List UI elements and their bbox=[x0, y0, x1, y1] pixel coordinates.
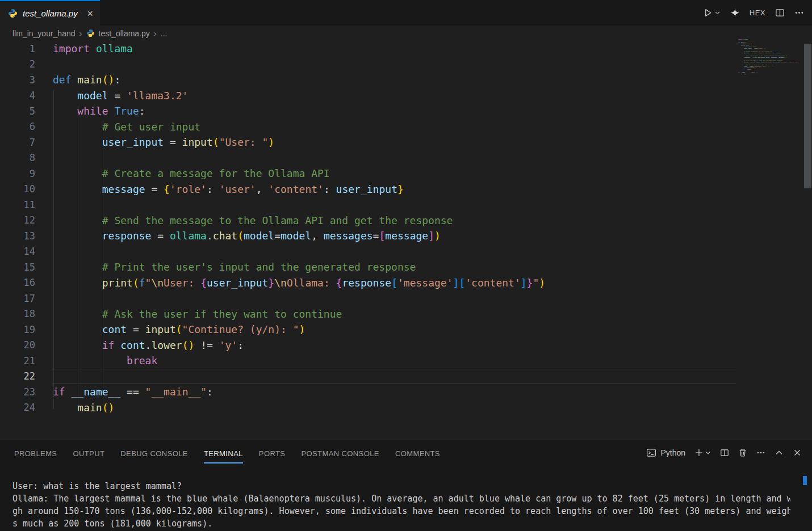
panel-tab-label: PROBLEMS bbox=[14, 442, 57, 463]
run-icon bbox=[703, 8, 713, 18]
code-line[interactable]: 19 cont = input("Continue? (y/n): ") bbox=[0, 322, 795, 338]
terminal-line: gh around 150-170 tons (136,000-152,000 … bbox=[12, 505, 790, 517]
line-number: 8 bbox=[0, 152, 35, 163]
tab-close-icon[interactable]: × bbox=[87, 9, 93, 19]
line-number: 15 bbox=[0, 262, 35, 273]
line-text: break bbox=[53, 355, 157, 366]
copilot-sparkle-icon[interactable] bbox=[730, 8, 740, 18]
run-python-file-button[interactable] bbox=[703, 8, 721, 18]
code-line[interactable]: 1import ollama bbox=[0, 41, 795, 57]
panel-tab-postman-console[interactable]: POSTMAN CONSOLE bbox=[293, 442, 387, 463]
line-text: # Ask the user if they want to continue bbox=[53, 308, 342, 320]
terminal-line: User: what is the largest mammal? bbox=[12, 480, 790, 492]
line-text: import ollama bbox=[53, 43, 133, 54]
code-line[interactable]: 6 # Get user input bbox=[0, 119, 795, 135]
code-line[interactable]: 12 # Send the message to the Ollama API … bbox=[0, 213, 795, 229]
panel-tab-output[interactable]: OUTPUT bbox=[65, 442, 112, 463]
terminal-scrollbar[interactable] bbox=[803, 476, 807, 485]
line-number: 6 bbox=[0, 121, 35, 132]
code-line[interactable]: 10 message = {'role': 'user', 'content':… bbox=[0, 182, 795, 197]
panel-tab-label: TERMINAL bbox=[204, 442, 243, 463]
panel-more-actions-icon[interactable] bbox=[756, 448, 765, 457]
line-text: user_input = input("User: ") bbox=[53, 136, 274, 148]
code-line[interactable]: 15 # Print the user's input and the gene… bbox=[0, 259, 795, 275]
line-text: main() bbox=[53, 402, 114, 414]
line-number: 9 bbox=[0, 168, 35, 179]
breadcrumb-folder[interactable]: llm_in_your_hand bbox=[12, 29, 76, 38]
kill-terminal-button[interactable] bbox=[738, 448, 747, 457]
python-file-icon bbox=[86, 29, 95, 37]
split-terminal-button[interactable] bbox=[720, 448, 729, 457]
panel-tab-debug-console[interactable]: DEBUG CONSOLE bbox=[112, 442, 196, 463]
minimap-content: import ollama def main(): model = 'llama… bbox=[738, 39, 745, 74]
maximize-panel-icon[interactable] bbox=[775, 448, 784, 457]
code-line[interactable]: 3def main(): bbox=[0, 72, 795, 88]
breadcrumb-file[interactable]: test_ollama.py bbox=[99, 29, 150, 38]
hex-mode-button[interactable]: HEX bbox=[750, 9, 765, 17]
split-editor-icon[interactable] bbox=[775, 8, 785, 18]
code-line[interactable]: 8 bbox=[0, 150, 795, 166]
line-text: print(f"\nUser: {user_input}\nOllama: {r… bbox=[53, 277, 545, 289]
code-line[interactable]: 5 while True: bbox=[0, 103, 795, 119]
code-line[interactable]: 18 # Ask the user if they want to contin… bbox=[0, 306, 795, 322]
line-text: response = ollama.chat(model=model, mess… bbox=[53, 230, 441, 242]
line-text: def main(): bbox=[53, 74, 120, 86]
line-number: 7 bbox=[0, 137, 35, 148]
code-line[interactable]: 21 break bbox=[0, 353, 795, 369]
code-line[interactable]: 24 main() bbox=[0, 400, 795, 416]
python-file-icon bbox=[8, 9, 18, 18]
panel-tab-comments[interactable]: COMMENTS bbox=[387, 442, 448, 463]
code-line[interactable]: 14 bbox=[0, 244, 795, 260]
chevron-down-icon bbox=[705, 450, 711, 456]
line-number: 16 bbox=[0, 277, 35, 288]
editor-actions: HEX bbox=[703, 0, 804, 26]
code-line[interactable]: 20 if cont.lower() != 'y': bbox=[0, 338, 795, 353]
panel-tab-label: OUTPUT bbox=[73, 442, 104, 463]
bottom-panel: PROBLEMSOUTPUTDEBUG CONSOLETERMINALPORTS… bbox=[0, 440, 812, 531]
terminal-icon bbox=[646, 448, 656, 458]
panel-tab-ports[interactable]: PORTS bbox=[251, 442, 294, 463]
line-number: 1 bbox=[0, 43, 35, 54]
line-text: message = {'role': 'user', 'content': us… bbox=[53, 183, 404, 195]
line-number: 24 bbox=[0, 402, 35, 413]
vscode-window: test_ollama.py × HEX bbox=[0, 0, 812, 531]
line-text: while True: bbox=[53, 105, 145, 117]
code-line[interactable]: 11 bbox=[0, 197, 795, 213]
chevron-right-icon: › bbox=[154, 28, 157, 38]
line-text: if __name__ == "__main__": bbox=[53, 386, 213, 398]
tab-test-ollama[interactable]: test_ollama.py × bbox=[0, 0, 100, 26]
code-line[interactable]: 17 bbox=[0, 290, 795, 306]
panel-tab-problems[interactable]: PROBLEMS bbox=[6, 442, 65, 463]
editor-pane[interactable]: 1import ollama23def main():4 model = 'll… bbox=[0, 41, 812, 440]
code-line[interactable]: 13 response = ollama.chat(model=model, m… bbox=[0, 228, 795, 244]
breadcrumb-symbol-more[interactable]: ... bbox=[161, 29, 168, 38]
line-text: model = 'llama3.2' bbox=[53, 90, 188, 102]
close-panel-icon[interactable] bbox=[793, 448, 802, 457]
terminal-output[interactable]: User: what is the largest mammal?Ollama:… bbox=[0, 480, 790, 530]
minimap[interactable]: import ollama def main(): model = 'llama… bbox=[738, 39, 802, 118]
panel-tab-terminal[interactable]: TERMINAL bbox=[196, 442, 251, 463]
code-line[interactable]: 16 print(f"\nUser: {user_input}\nOllama:… bbox=[0, 275, 795, 291]
code-line[interactable]: 23if __name__ == "__main__": bbox=[0, 384, 795, 400]
code-line[interactable]: 4 model = 'llama3.2' bbox=[0, 88, 795, 104]
line-number: 12 bbox=[0, 214, 35, 226]
run-dropdown-chevron-icon[interactable] bbox=[714, 10, 721, 16]
code-line[interactable]: 7 user_input = input("User: ") bbox=[0, 134, 795, 150]
panel-tab-label: DEBUG CONSOLE bbox=[120, 442, 188, 463]
terminal-profile[interactable]: Python bbox=[646, 448, 685, 458]
line-text: # Print the user's input and the generat… bbox=[53, 261, 416, 273]
code-line[interactable]: 9 # Create a message for the Ollama API bbox=[0, 166, 795, 182]
line-text: if cont.lower() != 'y': bbox=[53, 339, 244, 351]
line-number: 18 bbox=[0, 308, 35, 319]
terminal-line: s much as 200 tons (181,000 kilograms). bbox=[12, 517, 790, 530]
code-line[interactable]: 22 bbox=[0, 369, 795, 385]
line-number: 23 bbox=[0, 386, 35, 398]
line-number: 4 bbox=[0, 90, 35, 101]
editor-scrollbar[interactable] bbox=[804, 44, 811, 188]
breadcrumb: llm_in_your_hand › test_ollama.py › ... bbox=[0, 26, 812, 41]
line-number: 13 bbox=[0, 230, 35, 242]
line-number: 20 bbox=[0, 339, 35, 351]
code-line[interactable]: 2 bbox=[0, 57, 795, 73]
more-actions-icon[interactable] bbox=[794, 8, 804, 18]
new-terminal-button[interactable] bbox=[694, 448, 711, 457]
